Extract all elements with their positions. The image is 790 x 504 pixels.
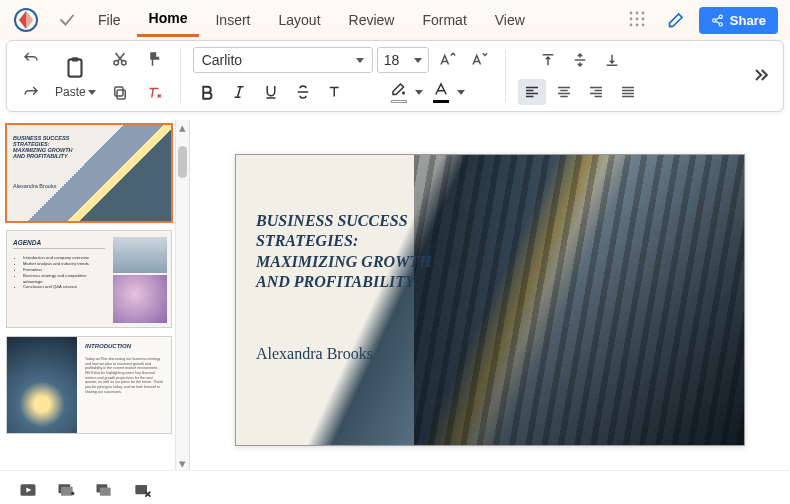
menu-review[interactable]: Review [337,6,407,34]
format-painter-button[interactable] [140,48,168,70]
thumbnail-scrollbar[interactable]: ▴ ▾ [175,120,189,470]
duplicate-slide-button[interactable] [90,478,118,502]
italic-button[interactable] [225,79,253,105]
underline-button[interactable] [257,79,285,105]
apps-grid-icon[interactable] [625,7,649,34]
align-justify-button[interactable] [614,79,642,105]
thumb-bullets: Introduction and company overview Market… [17,255,107,290]
divider [180,50,181,102]
thumb-author: Alexandra Brooks [13,183,56,189]
workspace: BUSINESS SUCCESS STRATEGIES: MAXIMIZING … [0,120,790,470]
valign-top-button[interactable] [534,47,562,73]
align-right-button[interactable] [582,79,610,105]
font-name-select[interactable]: Carlito [193,47,373,73]
font-size-select[interactable]: 18 [377,47,429,73]
valign-middle-button[interactable] [566,47,594,73]
paste-button[interactable]: Paste [55,85,96,99]
menu-home[interactable]: Home [137,4,200,37]
slide-background-image [236,155,744,445]
svg-point-16 [402,92,405,95]
svg-point-6 [641,17,644,20]
slide-thumbnail-2[interactable]: AGENDA Introduction and company overview… [6,230,172,328]
thumb-body: Today we'll be discussing our business s… [85,357,165,394]
slide-author-text[interactable]: Alexandra Brooks [256,345,373,363]
svg-point-7 [629,23,632,26]
align-left-button[interactable] [518,79,546,105]
svg-rect-22 [135,485,147,494]
slide-title-text[interactable]: BUSINESS SUCCESS STRATEGIES: MAXIMIZING … [256,211,456,293]
scroll-up-icon[interactable]: ▴ [176,120,189,134]
share-button[interactable]: Share [699,7,778,34]
edit-mode-icon[interactable] [663,5,691,36]
svg-point-9 [641,23,644,26]
caret-down-icon [88,90,96,95]
scroll-down-icon[interactable]: ▾ [176,456,189,470]
valign-bottom-button[interactable] [598,47,626,73]
save-check-icon[interactable] [52,11,82,29]
thumb-title: INTRODUCTION [85,343,131,349]
caret-down-icon [356,58,364,63]
copy-button[interactable] [106,82,134,104]
increase-font-button[interactable] [433,47,461,73]
thumb-title: BUSINESS SUCCESS STRATEGIES: MAXIMIZING … [13,135,73,159]
font-color-button[interactable] [427,79,455,105]
caret-down-icon[interactable] [415,90,423,95]
slide-thumbnail-3[interactable]: INTRODUCTION Today we'll be discussing o… [6,336,172,434]
canvas-area: BUSINESS SUCCESS STRATEGIES: MAXIMIZING … [190,120,790,470]
slide-thumbnail-panel: BUSINESS SUCCESS STRATEGIES: MAXIMIZING … [0,120,190,470]
svg-rect-21 [100,487,111,495]
menu-file[interactable]: File [86,6,133,34]
undo-button[interactable] [17,48,45,70]
slide-thumbnail-1[interactable]: BUSINESS SUCCESS STRATEGIES: MAXIMIZING … [6,124,172,222]
svg-rect-19 [61,486,73,495]
svg-rect-14 [117,90,125,99]
thumbnail-toolbar [0,470,790,504]
delete-slide-button[interactable] [128,478,156,502]
menu-layout[interactable]: Layout [266,6,332,34]
scrollbar-thumb[interactable] [178,146,187,178]
add-slide-button[interactable] [52,478,80,502]
app-logo [14,8,38,32]
cut-button[interactable] [106,48,134,70]
clear-format-button[interactable] [140,82,168,104]
more-tools-button[interactable] [751,65,771,88]
toolbar: Paste Carlito 18 [6,40,784,112]
caret-down-icon[interactable] [457,90,465,95]
strikethrough-button[interactable] [289,79,317,105]
svg-rect-15 [114,87,122,96]
decrease-font-button[interactable] [465,47,493,73]
slide-canvas[interactable]: BUSINESS SUCCESS STRATEGIES: MAXIMIZING … [235,154,745,446]
thumb-image-icon [7,337,77,433]
menu-format[interactable]: Format [410,6,478,34]
svg-point-8 [635,23,638,26]
thumb-title: AGENDA [13,239,105,249]
text-transform-button[interactable] [321,79,349,105]
highlight-color-button[interactable] [385,79,413,105]
divider [505,50,506,102]
paste-icon[interactable] [60,53,90,83]
bold-button[interactable] [193,79,221,105]
svg-rect-10 [69,59,82,76]
svg-point-1 [629,11,632,14]
thumb-image-icon [113,275,167,323]
svg-point-5 [635,17,638,20]
svg-point-2 [635,11,638,14]
svg-rect-11 [72,57,79,61]
svg-point-3 [641,11,644,14]
menubar: File Home Insert Layout Review Format Vi… [0,0,790,40]
menu-insert[interactable]: Insert [203,6,262,34]
thumb-image-icon [113,237,167,273]
caret-down-icon [414,58,422,63]
start-slideshow-button[interactable] [14,478,42,502]
align-center-button[interactable] [550,79,578,105]
menu-view[interactable]: View [483,6,537,34]
share-button-label: Share [730,13,766,28]
svg-point-4 [629,17,632,20]
redo-button[interactable] [17,82,45,104]
